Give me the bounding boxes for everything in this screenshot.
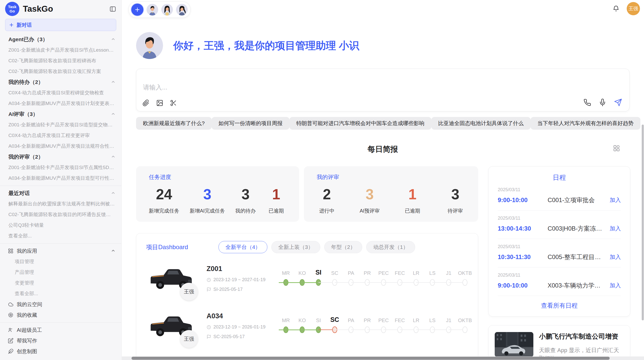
stat-cards: 任务进度 24 新增完成任务 3 新增AI完成任务 3 我的待办: [136, 166, 478, 222]
suggestion-chip[interactable]: 特朗普可能对进口汽车增税会对中国车企造成哪些影响: [289, 117, 431, 130]
plus-icon: [9, 22, 14, 27]
view-all-chats[interactable]: 查看全部...: [0, 231, 121, 241]
news-card[interactable]: 小鹏飞行汽车制造公司增资 天眼查 App 显示，近日广州汇天飞行汽...: [488, 325, 630, 360]
join-link[interactable]: 加入: [610, 282, 621, 289]
project-flag: SI-2025-05-17: [207, 287, 266, 292]
logo-line2: Go: [10, 9, 15, 13]
briefing-layout-icon[interactable]: [613, 144, 620, 152]
stat-value: 3: [235, 187, 256, 202]
project-dates: 2023-12-19 ~ 2027-01-19: [207, 277, 266, 282]
my-favorites[interactable]: 我的收藏: [0, 310, 121, 320]
milestone: SC: [327, 313, 343, 337]
milestone-label: PEC: [378, 313, 389, 323]
milestone-label: LR: [413, 266, 419, 276]
creative-drawing[interactable]: 创意制图: [0, 346, 121, 357]
attachment-icon[interactable]: [142, 99, 150, 107]
suggestion-chip[interactable]: 欧洲新规最近颁布了什么?: [136, 117, 212, 130]
divider: [0, 186, 121, 186]
sidebar-item[interactable]: C0X4-动力总成开发项目工程变更评审: [0, 130, 121, 141]
app-item-change-mgmt[interactable]: 变更管理: [0, 278, 121, 288]
new-chat-button[interactable]: 新对话: [5, 19, 116, 31]
join-link[interactable]: 加入: [610, 196, 621, 204]
schedule-title: 日程: [489, 173, 630, 182]
recent-chat-item[interactable]: 公司Q3轻卡销量: [0, 220, 121, 231]
milestone: SC: [327, 266, 343, 289]
milestone: SI: [310, 313, 327, 337]
sidebar-item[interactable]: C02-飞腾新能源轻客改款项目里程碑画布: [0, 55, 121, 66]
collapse-sidebar-icon[interactable]: [109, 6, 116, 12]
tab-powertrain-dev[interactable]: 动总开发（1）: [366, 241, 415, 253]
app-item-project-mgmt[interactable]: 项目管理: [0, 256, 121, 267]
suggestion-chip[interactable]: 当下年轻人对汽车外观有怎样的喜好趋势: [531, 117, 640, 130]
my-cloud-space[interactable]: 我的云空间: [0, 299, 121, 310]
milestone-label: SI: [316, 313, 321, 323]
join-link[interactable]: 加入: [610, 225, 621, 232]
chevron-up-icon[interactable]: [111, 80, 116, 85]
schedule-date: 2025/03/11: [498, 273, 621, 278]
vertical-scrollbar-thumb[interactable]: [642, 125, 644, 320]
milestone-label: LS: [429, 313, 435, 323]
suggestion-chip[interactable]: 如何写一份清晰的项目周报: [212, 117, 289, 130]
milestone: FEC: [392, 266, 408, 289]
sidebar-item[interactable]: Z001-全新燃油皮卡产品开发项目SI节点Lesson Learn报告: [0, 45, 121, 55]
ai-super-staff[interactable]: AI超级员工: [0, 325, 121, 335]
app-item-product-mgmt[interactable]: 产品管理: [0, 267, 121, 278]
image-upload-icon[interactable]: [156, 99, 163, 107]
suggestion-chip[interactable]: 比亚迪全固态电池计划具体说了什么: [431, 117, 531, 130]
write-icon: [8, 338, 13, 343]
scissors-icon[interactable]: [170, 99, 177, 107]
chevron-up-icon[interactable]: [111, 154, 116, 159]
section-recent-chats[interactable]: 最近对话: [0, 188, 121, 199]
schedule-item: 2025/03/11 9:00-10:00 C001-立项审批会 加入: [489, 182, 630, 210]
chevron-up-icon[interactable]: [111, 37, 116, 42]
dashboard-tabs: 全新平台（4） 全新上装（3） 年型（2） 动总开发（1）: [218, 241, 415, 253]
section-ai-review[interactable]: AI评审 （3）: [0, 109, 121, 119]
chevron-up-icon[interactable]: [111, 248, 116, 253]
clock-icon: [207, 278, 211, 282]
schedule-name: C001-立项审批会: [548, 196, 606, 204]
send-icon[interactable]: [614, 98, 622, 107]
milestone: MR: [278, 266, 294, 289]
creative-drawing-label: 创意制图: [17, 348, 37, 355]
app-logo: Task Go: [5, 2, 19, 16]
microphone-icon[interactable]: [599, 99, 606, 106]
chat-input-card[interactable]: 请输入...: [136, 69, 630, 111]
star-badge-icon: [8, 312, 13, 318]
tab-new-body[interactable]: 全新上装（3）: [271, 241, 320, 253]
greeting: 你好，王强，我是你的项目管理助理 小识: [136, 32, 630, 59]
sidebar-item[interactable]: A034-全新新能源MUV产品开发项目造型可行性评审: [0, 173, 121, 184]
project-row[interactable]: 王强 Z001 2023-12-19 ~ 2027-01-19 SI-2025-…: [136, 258, 478, 305]
section-agent-done[interactable]: Agent已办 （3）: [0, 34, 121, 45]
project-row[interactable]: 王强 A034 2023-12-19 ~ 2026-01-19 SC-2025-…: [136, 305, 478, 352]
cloud-icon: [8, 302, 13, 307]
section-title: 我的评审: [8, 153, 30, 160]
my-apps[interactable]: 我的应用: [0, 246, 121, 256]
help-me-write[interactable]: 帮我写作: [0, 335, 121, 346]
milestone: PEC: [375, 313, 392, 337]
sidebar-item[interactable]: C0X4-动力总成开发项目SI里程碑提交物检查: [0, 87, 121, 98]
chevron-up-icon[interactable]: [111, 112, 116, 117]
milestone: PR: [359, 266, 375, 289]
project-image: 王强: [148, 264, 196, 303]
milestone-label: FEC: [395, 266, 405, 276]
view-all-apps[interactable]: 查看全部...: [0, 288, 121, 299]
sidebar-item[interactable]: A034-全新新能源MUV产品开发项目法规符合性评审: [0, 141, 121, 152]
milestone-label: KO: [299, 266, 306, 276]
sidebar-item[interactable]: Z001-全新燃油轻卡产品开发项目SI造型提交物评审: [0, 119, 121, 130]
flag-icon: [207, 335, 211, 339]
sidebar-item[interactable]: A034-全新新能源MUV产品开发项目计划变更表编写: [0, 98, 121, 109]
section-my-review[interactable]: 我的评审 （2）: [0, 152, 121, 162]
voice-call-icon[interactable]: [583, 99, 591, 106]
tab-all-new-platform[interactable]: 全新平台（4）: [218, 241, 267, 253]
horizontal-scrollbar-thumb[interactable]: [131, 357, 610, 360]
join-link[interactable]: 加入: [610, 253, 621, 261]
stat: 3 新增AI完成任务: [190, 187, 225, 214]
tab-model-year[interactable]: 年型（2）: [324, 241, 362, 253]
recent-chat-item[interactable]: C02-飞腾新能源轻客改款项目的闭环通告反馈情况: [0, 209, 121, 220]
section-my-todo[interactable]: 我的待办 （2）: [0, 77, 121, 87]
view-all-schedule-link[interactable]: 查看所有日程: [489, 296, 630, 312]
sidebar-item[interactable]: C02-飞腾新能源轻客改款项目立项汇报方案: [0, 66, 121, 77]
recent-chat-item[interactable]: 解释最新出台的欧盟报废车法规再生塑料比例被调至15%...: [0, 199, 121, 209]
sidebar-item[interactable]: Z001-全新燃油轻卡产品开发项目SI节点属性5D文件评审: [0, 162, 121, 173]
chevron-up-icon[interactable]: [111, 191, 116, 196]
